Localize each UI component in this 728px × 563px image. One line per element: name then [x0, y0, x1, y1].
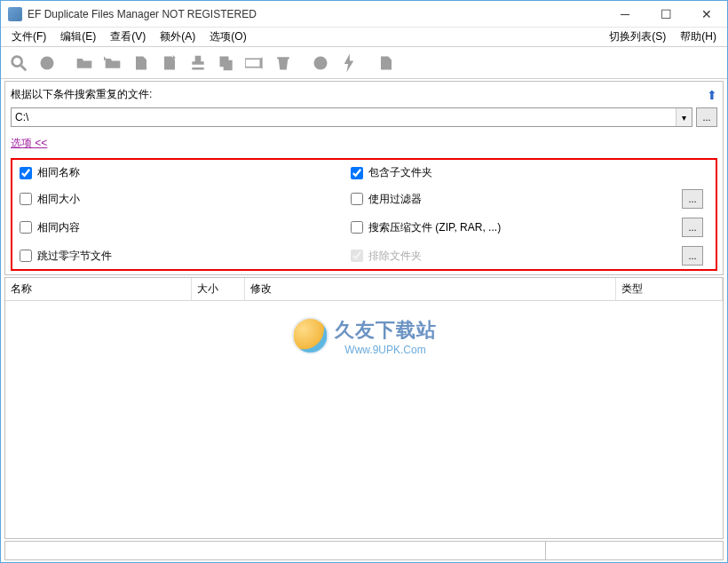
- stop-icon[interactable]: [35, 51, 59, 75]
- options-grid: 相同名称 包含子文件夹 相同大小 使用过滤器 ... 相同内容 搜索压缩文件 (…: [11, 158, 717, 271]
- browse-button[interactable]: ...: [696, 107, 717, 127]
- status-cell-2: [546, 542, 724, 560]
- checkbox-same-content[interactable]: 相同内容: [20, 220, 351, 235]
- search-label: 根据以下条件搜索重复的文件:: [11, 87, 707, 102]
- watermark-logo-icon: [292, 317, 329, 354]
- status-cell-1: [4, 542, 546, 560]
- svg-point-0: [12, 56, 22, 66]
- search-panel: 根据以下条件搜索重复的文件: ⬆ ▾ ... 选项 << 相同名称 包含子文件夹…: [4, 81, 724, 275]
- menu-file[interactable]: 文件(F): [4, 28, 53, 46]
- chevron-down-icon[interactable]: ▾: [676, 108, 692, 126]
- column-type[interactable]: 类型: [616, 278, 723, 300]
- watermark: 久友下载站 Www.9UPK.Com: [292, 317, 437, 356]
- toolbar: [1, 47, 727, 79]
- checkbox-skip-zero-byte[interactable]: 跳过零字节文件: [20, 249, 351, 264]
- app-icon: [8, 7, 22, 21]
- menu-extra[interactable]: 额外(A): [153, 28, 202, 46]
- list-body[interactable]: 久友下载站 Www.9UPK.Com: [5, 301, 723, 538]
- results-list: 名称 大小 修改 类型 久友下载站 Www.9UPK.Com: [4, 277, 724, 539]
- menu-edit[interactable]: 编辑(E): [53, 28, 103, 46]
- list-header: 名称 大小 修改 类型: [5, 278, 723, 301]
- watermark-text-1: 久友下载站: [335, 317, 437, 344]
- archive-browse-button[interactable]: ...: [682, 218, 703, 237]
- checkbox-include-subfolders[interactable]: 包含子文件夹: [351, 165, 682, 180]
- window-title: EF Duplicate Files Manager NOT REGISTERE…: [28, 8, 605, 20]
- menu-switchlist[interactable]: 切换列表(S): [602, 28, 673, 46]
- document-alt-icon[interactable]: [157, 51, 182, 75]
- collapse-arrow-icon[interactable]: ⬆: [707, 88, 717, 102]
- document-icon[interactable]: [129, 51, 154, 75]
- minimize-button[interactable]: ─: [605, 1, 645, 28]
- column-size[interactable]: 大小: [192, 278, 245, 300]
- path-input[interactable]: [12, 108, 676, 126]
- app-window: EF Duplicate Files Manager NOT REGISTERE…: [0, 0, 728, 563]
- delete-icon[interactable]: [271, 51, 296, 75]
- search-icon[interactable]: [6, 51, 31, 75]
- menu-options[interactable]: 选项(O): [202, 28, 253, 46]
- title-bar: EF Duplicate Files Manager NOT REGISTERE…: [1, 1, 727, 28]
- stamp-icon[interactable]: [186, 51, 210, 75]
- save-icon[interactable]: [374, 51, 399, 75]
- checkbox-search-archives[interactable]: 搜索压缩文件 (ZIP, RAR, ...): [351, 220, 682, 235]
- action-icon[interactable]: [336, 51, 361, 75]
- window-buttons: ─ ☐ ✕: [605, 1, 727, 28]
- checkbox-use-filter[interactable]: 使用过滤器: [351, 192, 682, 207]
- menu-help[interactable]: 帮助(H): [673, 28, 724, 46]
- svg-point-5: [314, 56, 328, 69]
- menu-bar: 文件(F) 编辑(E) 查看(V) 额外(A) 选项(O) 切换列表(S) 帮助…: [1, 28, 727, 47]
- checkbox-same-size[interactable]: 相同大小: [20, 192, 351, 207]
- status-bar: [4, 541, 724, 560]
- copy-icon[interactable]: [214, 51, 239, 75]
- open-folder-alt-icon[interactable]: [100, 51, 125, 75]
- compare-icon[interactable]: [308, 51, 333, 75]
- open-folder-icon[interactable]: [72, 51, 97, 75]
- checkbox-exclude-folders: 排除文件夹: [351, 249, 682, 264]
- checkbox-same-name[interactable]: 相同名称: [20, 165, 351, 180]
- menu-view[interactable]: 查看(V): [103, 28, 153, 46]
- path-row: ▾ ...: [11, 107, 717, 127]
- exclude-browse-button[interactable]: ...: [682, 246, 703, 266]
- column-modified[interactable]: 修改: [245, 278, 616, 300]
- path-combo[interactable]: ▾: [11, 107, 692, 127]
- filter-browse-button[interactable]: ...: [682, 189, 703, 209]
- rename-icon[interactable]: [242, 51, 267, 75]
- svg-line-1: [21, 65, 27, 70]
- close-button[interactable]: ✕: [686, 1, 727, 28]
- maximize-button[interactable]: ☐: [645, 1, 686, 28]
- svg-rect-3: [245, 59, 260, 67]
- watermark-text-2: Www.9UPK.Com: [335, 344, 437, 356]
- options-toggle-link[interactable]: 选项 <<: [11, 136, 47, 151]
- column-name[interactable]: 名称: [5, 278, 192, 300]
- svg-point-2: [41, 56, 54, 69]
